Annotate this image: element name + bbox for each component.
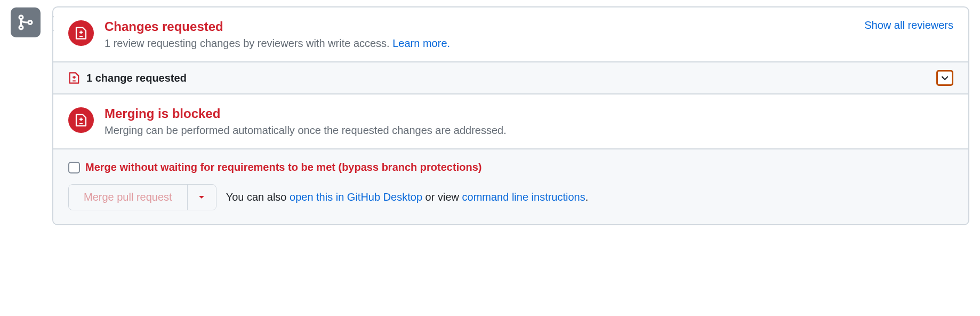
changes-requested-title: Changes requested	[105, 19, 450, 34]
summary-label: 1 change requested	[86, 72, 187, 84]
bypass-checkbox[interactable]	[68, 162, 80, 173]
merge-pull-request-button[interactable]: Merge pull request	[69, 185, 187, 210]
chevron-down-icon	[941, 74, 949, 82]
merge-note: You can also open this in GitHub Desktop…	[226, 191, 589, 203]
svg-point-0	[19, 15, 23, 19]
review-desc-text: 1 review requesting changes by reviewers…	[105, 37, 392, 49]
learn-more-link[interactable]: Learn more.	[392, 37, 450, 49]
git-merge-icon	[11, 7, 41, 37]
github-desktop-link[interactable]: open this in GitHub Desktop	[290, 191, 422, 203]
merge-status-panel: Changes requested 1 review requesting ch…	[52, 6, 969, 225]
show-all-reviewers-link[interactable]: Show all reviewers	[864, 19, 953, 31]
svg-point-2	[28, 21, 32, 25]
merge-actions-section: Merge without waiting for requirements t…	[53, 149, 968, 224]
merging-blocked-desc: Merging can be performed automatically o…	[105, 124, 953, 137]
merge-note-prefix: You can also	[226, 191, 290, 203]
file-diff-icon	[68, 71, 80, 85]
change-requested-summary[interactable]: 1 change requested	[53, 62, 968, 94]
caret-down-icon	[198, 195, 205, 200]
merge-button-group: Merge pull request	[68, 184, 216, 210]
changes-requested-desc: 1 review requesting changes by reviewers…	[105, 37, 450, 50]
expand-reviews-button[interactable]	[936, 70, 953, 86]
cli-instructions-link[interactable]: command line instructions	[462, 191, 585, 203]
merge-dropdown-button[interactable]	[187, 185, 216, 210]
merging-blocked-section: Merging is blocked Merging can be perfor…	[53, 94, 968, 149]
merge-note-middle: or view	[422, 191, 462, 203]
merging-blocked-title: Merging is blocked	[105, 106, 953, 121]
file-diff-icon	[68, 20, 94, 46]
file-diff-icon	[68, 107, 94, 133]
svg-point-1	[19, 26, 23, 29]
merge-note-suffix: .	[585, 191, 589, 203]
bypass-label[interactable]: Merge without waiting for requirements t…	[85, 161, 481, 173]
changes-requested-section: Changes requested 1 review requesting ch…	[53, 7, 968, 62]
